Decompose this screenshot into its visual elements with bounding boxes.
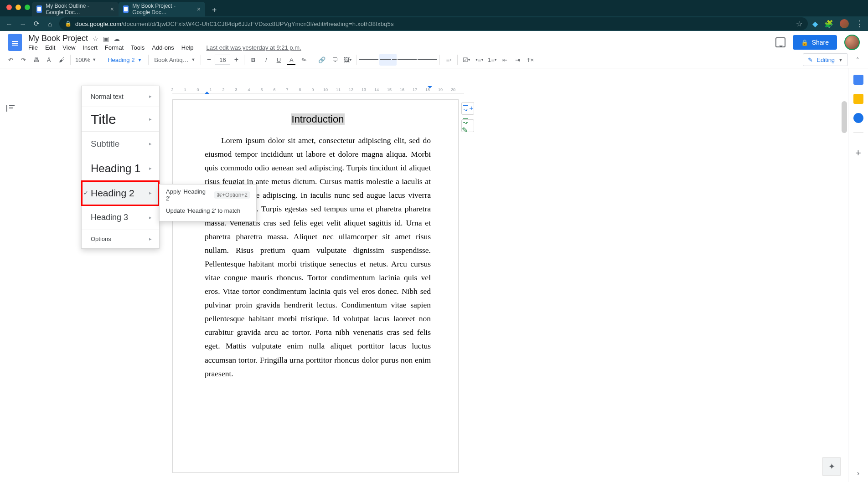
zoom-dropdown[interactable]: 100% ▼ bbox=[73, 56, 98, 63]
close-icon[interactable]: × bbox=[197, 5, 201, 13]
align-justify-button[interactable] bbox=[418, 54, 437, 66]
bold-button[interactable]: B bbox=[247, 54, 259, 66]
ruler-number: 4 bbox=[248, 87, 250, 92]
insert-comment-icon[interactable]: 🗨 bbox=[329, 54, 341, 66]
text-color-button[interactable]: A bbox=[285, 54, 297, 66]
editing-mode-dropdown[interactable]: ✎ Editing ▼ bbox=[803, 53, 848, 66]
menu-help[interactable]: Help bbox=[181, 44, 194, 51]
separator bbox=[313, 55, 313, 65]
update-heading2-item[interactable]: Update 'Heading 2' to match bbox=[160, 203, 256, 218]
new-tab-button[interactable]: + bbox=[208, 4, 221, 16]
suggest-edits-button[interactable]: 🗨✎ bbox=[461, 119, 474, 132]
browser-tab-project[interactable]: My Book Project - Google Doc… × bbox=[119, 2, 205, 16]
keep-icon[interactable] bbox=[853, 94, 863, 104]
menu-tools[interactable]: Tools bbox=[131, 44, 145, 51]
decrease-font-button[interactable]: − bbox=[204, 56, 214, 64]
menu-edit[interactable]: Edit bbox=[45, 44, 55, 51]
tab-title: My Book Outline - Google Doc… bbox=[46, 3, 107, 15]
menu-format[interactable]: Format bbox=[105, 44, 124, 51]
close-icon[interactable]: × bbox=[110, 5, 114, 13]
body-paragraph[interactable]: Lorem ipsum dolor sit amet, consectetur … bbox=[205, 133, 431, 380]
increase-indent-icon[interactable]: ⇥ bbox=[512, 54, 523, 66]
heading-introduction[interactable]: Introduction bbox=[205, 113, 431, 125]
account-avatar-icon[interactable] bbox=[844, 35, 860, 50]
vertical-scrollbar[interactable] bbox=[842, 101, 847, 133]
menu-insert[interactable]: Insert bbox=[83, 44, 98, 51]
doc-title[interactable]: My Book Project bbox=[28, 34, 88, 43]
tasks-icon[interactable] bbox=[853, 113, 863, 123]
explore-button[interactable]: ✦ bbox=[822, 457, 841, 476]
extension-icon[interactable]: ◆ bbox=[812, 20, 818, 28]
star-icon[interactable]: ☆ bbox=[796, 20, 802, 28]
window-minimize-icon[interactable] bbox=[16, 5, 21, 10]
align-center-button[interactable] bbox=[379, 54, 397, 66]
numbered-list-icon[interactable]: 1≡▾ bbox=[486, 54, 498, 66]
menu-file[interactable]: File bbox=[28, 44, 38, 51]
address-bar[interactable]: 🔒 docs.google.com/document/d/1jwDCFxlxW4… bbox=[59, 17, 808, 30]
move-icon[interactable]: ▣ bbox=[103, 35, 109, 42]
decrease-indent-icon[interactable]: ⇤ bbox=[499, 54, 511, 66]
paint-format-icon[interactable]: 🖌 bbox=[56, 54, 67, 66]
clear-formatting-icon[interactable]: T× bbox=[524, 54, 536, 66]
heading2-submenu: Apply 'Heading 2' ⌘+Option+2 Update 'Hea… bbox=[159, 184, 257, 221]
share-button[interactable]: 🔒 Share bbox=[793, 35, 837, 50]
browser-tab-outline[interactable]: My Book Outline - Google Doc… × bbox=[32, 2, 119, 16]
open-comments-icon[interactable] bbox=[775, 37, 785, 47]
window-close-icon[interactable] bbox=[6, 5, 12, 10]
left-indent-marker-icon[interactable] bbox=[205, 89, 209, 94]
increase-font-button[interactable]: + bbox=[231, 56, 241, 64]
separator bbox=[439, 55, 440, 65]
insert-link-icon[interactable]: 🔗 bbox=[316, 54, 328, 66]
collapse-toolbar-icon[interactable]: ˄ bbox=[852, 56, 863, 63]
underline-button[interactable]: U bbox=[273, 54, 284, 66]
line-spacing-icon[interactable]: ≡↕ bbox=[443, 54, 455, 66]
document-page[interactable]: Introduction Lorem ipsum dolor sit amet,… bbox=[172, 99, 459, 473]
menu-addons[interactable]: Add-ons bbox=[152, 44, 174, 51]
style-option-heading2[interactable]: ✓ Heading 2 ▸ bbox=[82, 181, 159, 205]
font-family-dropdown[interactable]: Book Antiq… ▼ bbox=[151, 56, 198, 63]
spellcheck-icon[interactable]: Ā bbox=[43, 54, 55, 66]
italic-button[interactable]: I bbox=[260, 54, 272, 66]
style-option-heading3[interactable]: Heading 3 ▸ bbox=[82, 205, 159, 230]
add-comment-button[interactable]: 🗨+ bbox=[461, 102, 474, 115]
docs-logo-icon[interactable] bbox=[8, 34, 22, 51]
docs-app: My Book Project ☆ ▣ ☁ File Edit View Ins… bbox=[0, 31, 868, 482]
get-addons-icon[interactable]: + bbox=[855, 147, 861, 159]
horizontal-ruler[interactable]: 2101234567891011121314151617181920 bbox=[172, 86, 464, 94]
highlight-button[interactable]: ✎ bbox=[298, 54, 310, 66]
window-zoom-icon[interactable] bbox=[25, 5, 30, 10]
extensions-puzzle-icon[interactable]: 🧩 bbox=[824, 20, 833, 28]
paragraph-style-dropdown[interactable]: Heading 2 ▼ bbox=[104, 56, 145, 63]
kebab-menu-icon[interactable]: ⋮ bbox=[855, 19, 863, 29]
align-left-button[interactable] bbox=[359, 54, 378, 66]
submenu-arrow-icon: ▸ bbox=[149, 116, 152, 122]
style-option-heading1[interactable]: Heading 1 ▸ bbox=[82, 156, 159, 181]
cloud-status-icon[interactable]: ☁ bbox=[114, 35, 120, 42]
menu-view[interactable]: View bbox=[62, 44, 75, 51]
window-controls[interactable] bbox=[6, 5, 30, 10]
font-size-input[interactable]: 16 bbox=[215, 55, 230, 65]
nav-back-icon[interactable]: ← bbox=[5, 20, 14, 28]
hide-sidepanel-icon[interactable]: › bbox=[857, 469, 859, 477]
style-option-options[interactable]: Options ▸ bbox=[82, 230, 159, 248]
star-icon[interactable]: ☆ bbox=[93, 35, 98, 42]
style-option-normal[interactable]: Normal text ▸ bbox=[82, 86, 159, 107]
last-edit-link[interactable]: Last edit was yesterday at 9:21 p.m. bbox=[207, 44, 301, 51]
calendar-icon[interactable] bbox=[853, 75, 863, 85]
insert-image-icon[interactable]: 🖼▾ bbox=[341, 54, 353, 66]
align-right-button[interactable] bbox=[398, 54, 417, 66]
bulleted-list-icon[interactable]: •≡▾ bbox=[473, 54, 485, 66]
style-option-title[interactable]: Title ▸ bbox=[82, 107, 159, 132]
undo-icon[interactable]: ↶ bbox=[5, 54, 16, 66]
outline-toggle[interactable] bbox=[6, 104, 21, 112]
profile-avatar-icon[interactable] bbox=[840, 19, 849, 28]
reload-icon[interactable]: ⟳ bbox=[32, 20, 41, 28]
checklist-icon[interactable]: ☑▾ bbox=[460, 54, 472, 66]
redo-icon[interactable]: ↷ bbox=[17, 54, 29, 66]
apply-heading2-item[interactable]: Apply 'Heading 2' ⌘+Option+2 bbox=[160, 187, 256, 203]
chevron-down-icon: ▼ bbox=[92, 57, 96, 62]
print-icon[interactable]: 🖶 bbox=[30, 54, 42, 66]
style-option-subtitle[interactable]: Subtitle ▸ bbox=[82, 132, 159, 156]
home-icon[interactable]: ⌂ bbox=[46, 20, 55, 28]
browser-chrome: My Book Outline - Google Doc… × My Book … bbox=[0, 0, 868, 31]
